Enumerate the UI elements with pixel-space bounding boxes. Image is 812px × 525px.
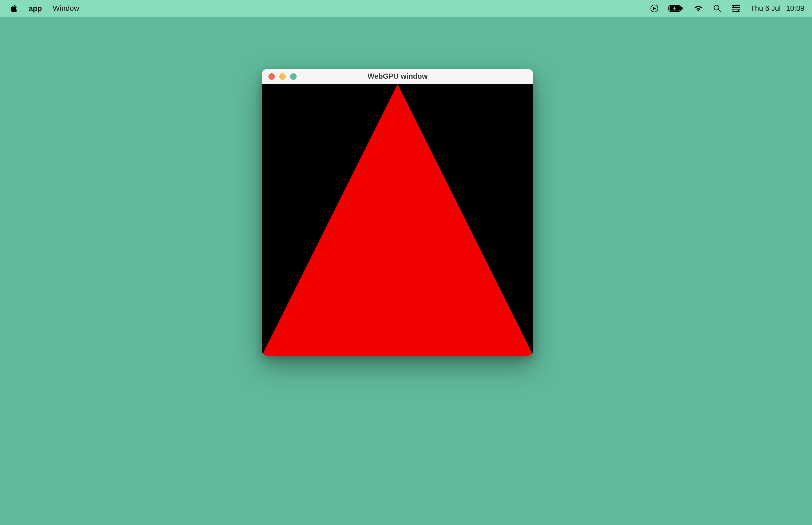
svg-rect-9 xyxy=(732,9,740,11)
app-window[interactable]: WebGPU window xyxy=(262,69,533,356)
menubar-right: Thu 6 Jul 10:09 xyxy=(650,4,805,13)
minimize-button[interactable] xyxy=(279,73,286,80)
close-button[interactable] xyxy=(269,73,275,80)
menubar: app Window xyxy=(0,0,812,17)
window-content xyxy=(262,84,533,356)
apple-menu-icon[interactable] xyxy=(10,4,18,13)
traffic-lights xyxy=(269,73,297,80)
red-triangle xyxy=(262,84,533,356)
window-title: WebGPU window xyxy=(262,72,533,80)
spotlight-icon[interactable] xyxy=(713,4,722,13)
svg-point-10 xyxy=(738,10,739,11)
app-name-menu[interactable]: app xyxy=(29,4,42,13)
window-menu[interactable]: Window xyxy=(53,4,79,13)
svg-point-5 xyxy=(714,5,719,10)
svg-marker-1 xyxy=(653,7,656,10)
control-center-icon[interactable] xyxy=(731,5,741,12)
wifi-icon[interactable] xyxy=(693,5,703,12)
svg-line-6 xyxy=(718,10,721,12)
date-label: Thu 6 Jul xyxy=(750,4,781,13)
menubar-left: app Window xyxy=(10,4,79,13)
date-time[interactable]: Thu 6 Jul 10:09 xyxy=(750,4,805,13)
svg-rect-4 xyxy=(681,7,683,10)
maximize-button[interactable] xyxy=(290,73,297,80)
svg-rect-7 xyxy=(732,5,740,7)
svg-point-8 xyxy=(733,6,734,7)
window-titlebar[interactable]: WebGPU window xyxy=(262,69,533,84)
time-label: 10:09 xyxy=(786,4,805,13)
screen-mirroring-icon[interactable] xyxy=(650,4,659,13)
battery-icon[interactable] xyxy=(669,5,684,12)
